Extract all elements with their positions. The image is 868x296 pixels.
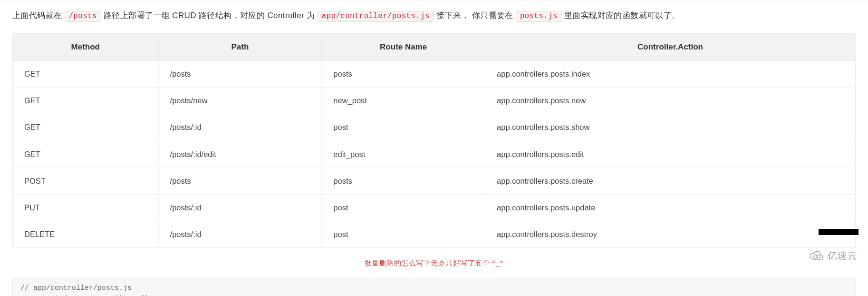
inline-code-file: posts.js <box>516 11 562 22</box>
code-block: // app/controller/posts.jsexports.index … <box>12 278 856 296</box>
cell-path: /posts/:id/edit <box>159 141 322 168</box>
col-method: Method <box>13 34 159 61</box>
cloud-icon <box>809 251 825 261</box>
cell-action: app.controllers.posts.edit <box>485 141 855 168</box>
cell-method: POST <box>13 168 159 194</box>
cell-method: PUT <box>13 194 159 221</box>
cell-route: posts <box>322 61 485 87</box>
cell-path: /posts/:id <box>159 221 322 247</box>
intro-text: 上面代码就在 <box>12 11 65 20</box>
table-row: GET/postspostsapp.controllers.posts.inde… <box>13 61 855 87</box>
col-route-name: Route Name <box>322 34 485 61</box>
table-row: GET/posts/:id/editedit_postapp.controlle… <box>13 141 855 168</box>
author-annotation: 批量删除的怎么写？无奈只好写了五个 ^_^ <box>12 257 856 269</box>
top-divider <box>0 0 868 0</box>
col-path: Path <box>159 34 322 61</box>
article-body: 上面代码就在 /posts 路径上部署了一组 CRUD 路径结构，对应的 Con… <box>0 9 868 296</box>
cell-route: new_post <box>322 87 485 114</box>
cell-method: GET <box>13 87 159 114</box>
cell-path: /posts <box>159 61 322 87</box>
cell-path: /posts/:id <box>159 194 322 221</box>
table-row: GET/posts/:idpostapp.controllers.posts.s… <box>13 114 855 140</box>
cell-action: app.controllers.posts.update <box>485 194 855 221</box>
cell-route: post <box>322 194 485 221</box>
table-body: GET/postspostsapp.controllers.posts.inde… <box>13 61 855 248</box>
cell-action: app.controllers.posts.show <box>485 114 855 140</box>
intro-paragraph: 上面代码就在 /posts 路径上部署了一组 CRUD 路径结构，对应的 Con… <box>12 9 856 23</box>
cell-route: post <box>322 221 485 247</box>
routes-table: Method Path Route Name Controller.Action… <box>12 33 856 248</box>
code-line: // app/controller/posts.js <box>20 283 848 294</box>
cell-action: app.controllers.posts.create <box>485 168 855 194</box>
table-row: DELETE/posts/:idpostapp.controllers.post… <box>13 221 855 247</box>
cell-method: GET <box>13 61 159 87</box>
brand-text: 亿速云 <box>828 248 858 264</box>
table-header-row: Method Path Route Name Controller.Action <box>13 34 855 61</box>
table-row: GET/posts/newnew_postapp.controllers.pos… <box>13 87 855 114</box>
cell-method: DELETE <box>13 221 159 247</box>
cell-method: GET <box>13 141 159 168</box>
cell-path: /posts <box>159 168 322 194</box>
col-controller-action: Controller.Action <box>485 34 855 61</box>
cell-action: app.controllers.posts.new <box>485 87 855 114</box>
intro-text: 路径上部署了一组 CRUD 路径结构，对应的 Controller 为 <box>104 11 318 20</box>
cell-route: posts <box>322 168 485 194</box>
table-row: POST/postspostsapp.controllers.posts.cre… <box>13 168 855 194</box>
inline-code-path: /posts <box>65 11 101 22</box>
code-line: exports.index = async () => {}; <box>20 294 848 296</box>
brand-watermark: 亿速云 <box>809 248 858 264</box>
cell-path: /posts/:id <box>159 114 322 140</box>
inline-code-controller: app/controller/posts.js <box>318 11 434 22</box>
intro-text: 接下来， 你只需要在 <box>436 11 516 20</box>
cell-action: app.controllers.posts.destroy <box>485 221 855 247</box>
cell-action: app.controllers.posts.index <box>485 61 855 87</box>
svg-point-1 <box>817 255 820 258</box>
scroll-indicator <box>819 229 858 235</box>
svg-point-0 <box>814 255 817 258</box>
cell-route: post <box>322 114 485 140</box>
cell-route: edit_post <box>322 141 485 168</box>
intro-text: 里面实现对应的函数就可以了。 <box>564 11 680 20</box>
cell-path: /posts/new <box>159 87 322 114</box>
table-row: PUT/posts/:idpostapp.controllers.posts.u… <box>13 194 855 221</box>
cell-method: GET <box>13 114 159 140</box>
